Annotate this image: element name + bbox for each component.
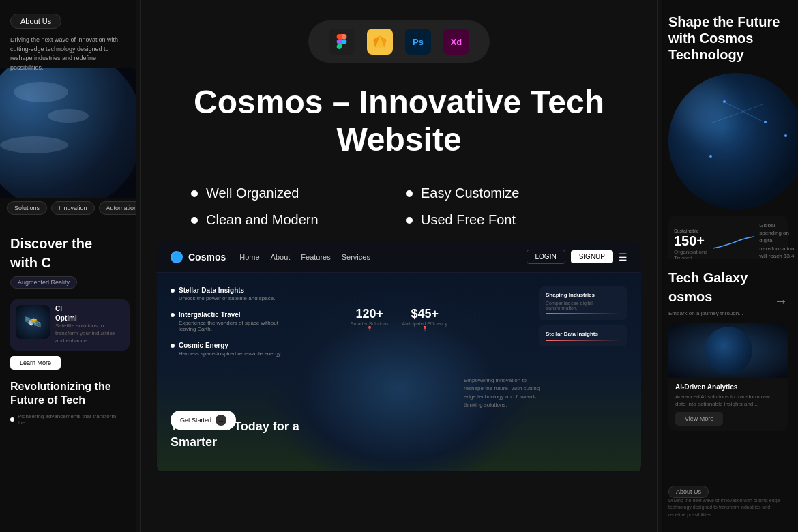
org-label: Organisations Trusted bbox=[674, 249, 707, 259]
left-divider bbox=[140, 0, 141, 532]
mini-chart bbox=[713, 235, 754, 252]
card-line-1 bbox=[546, 313, 621, 314]
stat-label-1: Smarter Solutions bbox=[351, 321, 389, 326]
login-button[interactable]: LOGIN bbox=[527, 250, 565, 264]
stat-sublabel: Sustainable bbox=[674, 228, 707, 233]
feature-item-4: Used Free Font bbox=[406, 212, 607, 228]
center-panel: Ps Xd Cosmos – Innovative Tech Website W… bbox=[136, 0, 662, 532]
feature-label-2: Easy Customize bbox=[421, 186, 520, 201]
bullet-1 bbox=[191, 190, 198, 197]
stat-number: 150+ bbox=[674, 233, 707, 249]
photoshop-icon: Ps bbox=[405, 29, 431, 55]
hero-stats: 120+ Smarter Solutions 📍 $45+ Anticipate… bbox=[351, 307, 447, 332]
innovation-pill[interactable]: Innovation bbox=[51, 201, 95, 215]
nav-features[interactable]: Features bbox=[301, 253, 330, 261]
bullet-4 bbox=[406, 217, 413, 224]
discover-title: Discover the bbox=[10, 235, 130, 252]
sketch-icon bbox=[367, 29, 393, 55]
arrow-icon[interactable]: → bbox=[774, 293, 788, 309]
stat-icon-1: 📍 bbox=[351, 326, 389, 332]
get-started-label: Get Started bbox=[180, 417, 211, 424]
satellite-subtitle: Optimi bbox=[55, 314, 124, 322]
stat-num-1: 120+ bbox=[351, 307, 389, 321]
get-started-button[interactable]: Get Started → bbox=[171, 411, 236, 430]
dot-1 bbox=[171, 289, 175, 293]
feature-label-1: Well Organized bbox=[206, 186, 299, 201]
mockup-nav-links: Home About Features Services bbox=[239, 253, 512, 261]
satellite-info: Cl Optimi Satellite solutions to transfo… bbox=[55, 305, 124, 345]
bottom-bullet: Pioneering advancements that transform t… bbox=[10, 413, 130, 426]
logo-text: Cosmos bbox=[188, 252, 226, 263]
satellite-title: Cl bbox=[55, 305, 124, 312]
stat-row: Sustainable 150+ Organisations Trusted G… bbox=[674, 222, 782, 259]
discover-subtitle: with C bbox=[10, 255, 130, 271]
card-line-2 bbox=[546, 340, 621, 341]
right-top-section: Shape the Future with Cosmos Technology … bbox=[658, 0, 798, 259]
augmented-badge: Augmented Reality bbox=[10, 276, 77, 289]
ai-card-body: AI-Driven Analytics Advanced AI solution… bbox=[668, 378, 788, 431]
ai-earth bbox=[705, 327, 752, 374]
stellar-title: Stellar Data Insights bbox=[171, 286, 293, 294]
travel-desc: Experience the wonders of space without … bbox=[171, 320, 293, 332]
satellite-desc: Satellite solutions to transform your in… bbox=[55, 322, 124, 345]
satellite-image: 🛰️ bbox=[16, 305, 50, 339]
bottom-nav-pills: Solutions Innovation Automation bbox=[7, 201, 140, 215]
feature-label-3: Clean and Modern bbox=[206, 212, 319, 228]
about-text: Driving the next wave of innovation with… bbox=[10, 35, 130, 72]
menu-icon[interactable]: ☰ bbox=[619, 252, 627, 263]
features-grid: Well Organized Easy Customize Clean and … bbox=[136, 186, 662, 228]
card-title-2: Stellar Data Insights bbox=[546, 331, 621, 337]
revolutionizing-title: Revolutionizing the Future of Tech bbox=[10, 380, 130, 409]
tech-galaxy-title: Tech Galaxy bbox=[668, 269, 788, 286]
about-badge: About Us bbox=[10, 14, 61, 29]
ai-card-desc: Advanced AI solutions to transform raw d… bbox=[675, 393, 781, 408]
feature-item-2: Easy Customize bbox=[406, 186, 607, 201]
embark-text: Embark on a journey through... bbox=[668, 310, 788, 316]
left-panel: About Us Driving the next wave of innova… bbox=[0, 0, 140, 532]
energy-title: Cosmic Energy bbox=[171, 342, 293, 349]
energy-desc: Harness space-inspired renewable energy. bbox=[171, 351, 293, 357]
right-bottom-section: Tech Galaxy osmos → Embark on a journey … bbox=[658, 259, 798, 532]
hero-center: 120+ Smarter Solutions 📍 $45+ Anticipate… bbox=[351, 307, 447, 339]
tools-bar: Ps Xd bbox=[136, 0, 662, 76]
mockup-hero: Stellar Data Insights Unlock the power o… bbox=[157, 273, 641, 471]
mockup-navbar: 🌐 Cosmos Home About Features Services LO… bbox=[157, 241, 641, 273]
svg-marker-3 bbox=[373, 36, 387, 48]
ai-card: AI-Driven Analytics Advanced AI solution… bbox=[668, 323, 788, 431]
about-badge-2: About Us bbox=[668, 486, 709, 498]
stat-icon-2: 📍 bbox=[402, 326, 447, 332]
hero-feature-3: Cosmic Energy Harness space-inspired ren… bbox=[171, 342, 293, 357]
stat-num-2: $45+ bbox=[402, 307, 447, 321]
stat-label-2: Anticipated Efficiency bbox=[402, 321, 447, 326]
card-desc-1: Companies see digital transformation. bbox=[546, 301, 621, 310]
right-panel: Shape the Future with Cosmos Technology … bbox=[658, 0, 798, 532]
feature-label-4: Used Free Font bbox=[421, 212, 516, 228]
nav-buttons: LOGIN SIGNUP ☰ bbox=[527, 250, 627, 264]
hero-card-1: Shaping Industries Companies see digital… bbox=[539, 286, 627, 320]
satellite-card: 🛰️ Cl Optimi Satellite solutions to tran… bbox=[10, 299, 130, 351]
nav-about[interactable]: About bbox=[271, 253, 291, 261]
nav-services[interactable]: Services bbox=[342, 253, 370, 261]
left-bottom-section: Discover the with C Augmented Reality 🛰️… bbox=[0, 225, 140, 532]
travel-title: Intergalactic Travel bbox=[171, 311, 293, 319]
learn-more-button[interactable]: Learn More bbox=[10, 356, 61, 370]
stat-1: 120+ Smarter Solutions 📍 bbox=[351, 307, 389, 332]
hero-features-left: Stellar Data Insights Unlock the power o… bbox=[171, 286, 293, 366]
bullet-3 bbox=[191, 217, 198, 224]
ai-card-image bbox=[668, 323, 788, 378]
view-more-button[interactable]: View More bbox=[675, 412, 723, 426]
nav-home[interactable]: Home bbox=[239, 253, 259, 261]
feature-item-3: Clean and Modern bbox=[191, 212, 392, 228]
feature-item-1: Well Organized bbox=[191, 186, 392, 201]
earth-glow bbox=[675, 80, 730, 134]
bullet-2 bbox=[406, 190, 413, 197]
hero-feature-2: Intergalactic Travel Experience the wond… bbox=[171, 311, 293, 332]
earth-image-left bbox=[0, 68, 140, 198]
stats-panel: Sustainable 150+ Organisations Trusted G… bbox=[668, 216, 788, 259]
xd-icon: Xd bbox=[443, 29, 469, 55]
website-mockup: 🌐 Cosmos Home About Features Services LO… bbox=[157, 241, 641, 473]
about-small-text: Driving the next wave of innovation with… bbox=[668, 497, 788, 519]
solutions-pill[interactable]: Solutions bbox=[7, 201, 47, 215]
automation-pill[interactable]: Automation bbox=[99, 201, 140, 215]
signup-button[interactable]: SIGNUP bbox=[571, 250, 613, 263]
